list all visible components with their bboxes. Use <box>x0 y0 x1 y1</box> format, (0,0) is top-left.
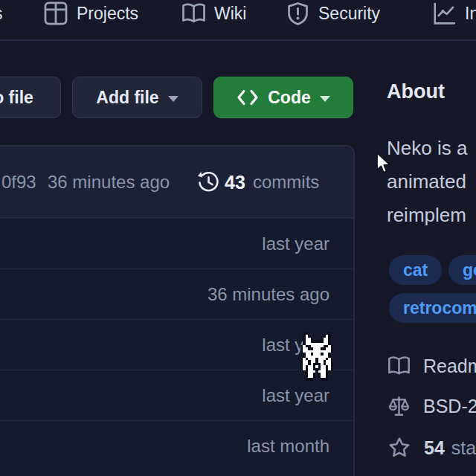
stars-label: stars <box>451 437 476 458</box>
topic-label: go <box>463 260 476 280</box>
commit-count[interactable]: 43 <box>225 171 245 193</box>
history-icon <box>197 170 220 193</box>
file-row-time[interactable]: last month <box>247 436 329 457</box>
graph-icon <box>432 1 457 26</box>
topic-pill-retrocomputing[interactable]: retrocomputing <box>389 293 476 323</box>
tab-security-label: Security <box>318 4 380 24</box>
commit-time: 36 minutes ago <box>48 172 170 193</box>
topic-pill-cat[interactable]: cat <box>389 255 442 285</box>
table-icon <box>43 1 68 26</box>
repo-description-line: Neko is a <box>387 137 467 160</box>
repo-description-line: animated <box>387 170 466 193</box>
stars-link[interactable]: 54stars <box>387 436 476 460</box>
topic-pill-go[interactable]: go <box>448 255 476 285</box>
tab-insights[interactable]: Insights <box>432 0 476 27</box>
tab-security[interactable]: Security <box>286 0 380 27</box>
go-to-file-label: Go to file <box>0 88 33 108</box>
neko-cat-sprite <box>300 332 333 382</box>
file-row[interactable]: 36 minutes ago <box>0 269 353 320</box>
book-icon <box>181 1 206 26</box>
law-scale-icon <box>387 395 411 418</box>
tab-actions-label: Actions <box>0 4 2 24</box>
add-file-button[interactable]: Add file <box>72 77 202 118</box>
tab-insights-label: Insights <box>465 4 476 24</box>
chevron-down-icon <box>320 96 330 102</box>
shield-alert-icon <box>286 1 310 26</box>
about-heading: About <box>387 80 445 103</box>
commits-label[interactable]: commits <box>253 172 319 193</box>
topic-label: cat <box>403 260 428 280</box>
star-icon <box>387 436 411 460</box>
file-row[interactable]: last month <box>0 421 353 472</box>
tab-projects-label: Projects <box>77 4 138 24</box>
go-to-file-button[interactable]: Go to file <box>0 77 61 118</box>
file-list-panel: 0f93 36 minutes ago 43 commits last year… <box>0 145 355 476</box>
github-repo-page: Actions Projects Wiki Security Insights <box>0 0 476 476</box>
code-button[interactable]: Code <box>213 77 353 118</box>
tab-projects[interactable]: Projects <box>43 0 138 27</box>
tab-actions[interactable]: Actions <box>0 0 2 27</box>
license-label: BSD-2-Clause license <box>423 396 476 417</box>
latest-commit-bar: 0f93 36 minutes ago 43 commits <box>0 147 353 219</box>
commit-hash[interactable]: 0f93 <box>1 172 36 193</box>
code-brackets-icon <box>237 88 259 107</box>
mouse-cursor <box>375 152 393 176</box>
repo-tab-bar: Actions Projects Wiki Security Insights <box>0 0 476 41</box>
tab-wiki-label: Wiki <box>214 4 246 24</box>
tab-wiki[interactable]: Wiki <box>181 0 246 27</box>
file-row[interactable]: last year <box>0 219 353 269</box>
chevron-down-icon <box>168 96 178 102</box>
book-icon <box>387 355 411 378</box>
license-link[interactable]: BSD-2-Clause license <box>387 395 476 418</box>
readme-label: Readme <box>423 356 476 377</box>
file-row-time[interactable]: last year <box>262 385 329 406</box>
stars-count: 54 <box>424 437 445 458</box>
add-file-label: Add file <box>96 88 158 108</box>
repo-description-line: reimplem <box>387 204 466 227</box>
topic-label: retrocomputing <box>403 298 476 318</box>
file-row-time[interactable]: 36 minutes ago <box>208 284 329 305</box>
file-row-time[interactable]: last year <box>262 234 329 254</box>
readme-link[interactable]: Readme <box>387 355 476 378</box>
code-label: Code <box>268 88 311 108</box>
